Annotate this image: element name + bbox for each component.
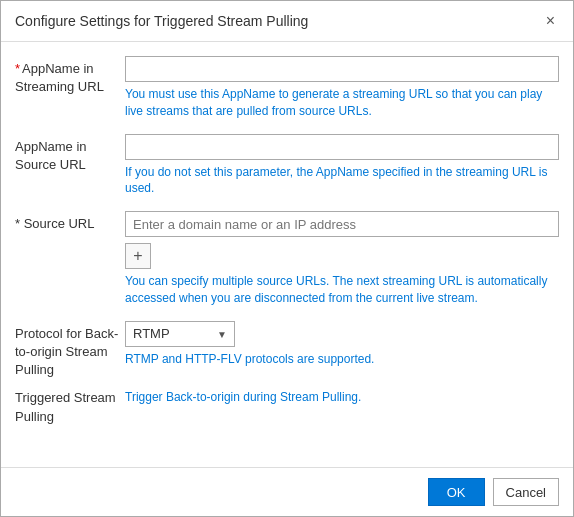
dialog-header: Configure Settings for Triggered Stream … (1, 1, 573, 42)
appname-source-input[interactable] (125, 134, 559, 160)
appname-streaming-content: You must use this AppName to generate a … (125, 56, 559, 120)
appname-source-content: If you do not set this parameter, the Ap… (125, 134, 559, 198)
appname-streaming-label: *AppName in Streaming URL (15, 56, 125, 96)
dialog: Configure Settings for Triggered Stream … (0, 0, 574, 517)
dialog-footer: OK Cancel (1, 467, 573, 516)
source-url-label: * Source URL (15, 211, 125, 233)
triggered-hint: Trigger Back-to-origin during Stream Pul… (125, 389, 559, 406)
triggered-content: Trigger Back-to-origin during Stream Pul… (125, 385, 559, 406)
protocol-row: Protocol for Back-to-origin Stream Pulli… (1, 321, 573, 380)
add-source-url-button[interactable]: + (125, 243, 151, 269)
source-url-row: * Source URL + You can specify multiple … (1, 211, 573, 307)
dialog-title: Configure Settings for Triggered Stream … (15, 13, 308, 29)
appname-source-hint: If you do not set this parameter, the Ap… (125, 164, 559, 198)
appname-streaming-hint: You must use this AppName to generate a … (125, 86, 559, 120)
triggered-label: Triggered Stream Pulling (15, 385, 125, 425)
dialog-body: *AppName in Streaming URL You must use t… (1, 42, 573, 467)
ok-button[interactable]: OK (428, 478, 485, 506)
appname-source-label: AppName in Source URL (15, 134, 125, 174)
appname-source-row: AppName in Source URL If you do not set … (1, 134, 573, 198)
protocol-select[interactable]: RTMP HTTP-FLV (125, 321, 235, 347)
appname-streaming-row: *AppName in Streaming URL You must use t… (1, 56, 573, 120)
cancel-button[interactable]: Cancel (493, 478, 559, 506)
protocol-content: RTMP HTTP-FLV ▼ RTMP and HTTP-FLV protoc… (125, 321, 559, 368)
source-url-content: + You can specify multiple source URLs. … (125, 211, 559, 307)
triggered-row: Triggered Stream Pulling Trigger Back-to… (1, 385, 573, 425)
source-url-hint: You can specify multiple source URLs. Th… (125, 273, 559, 307)
required-star-streaming: * (15, 61, 20, 76)
protocol-select-wrapper: RTMP HTTP-FLV ▼ (125, 321, 235, 347)
close-button[interactable]: × (542, 11, 559, 31)
protocol-hint: RTMP and HTTP-FLV protocols are supporte… (125, 351, 559, 368)
protocol-label: Protocol for Back-to-origin Stream Pulli… (15, 321, 125, 380)
source-url-input[interactable] (125, 211, 559, 237)
appname-streaming-input[interactable] (125, 56, 559, 82)
